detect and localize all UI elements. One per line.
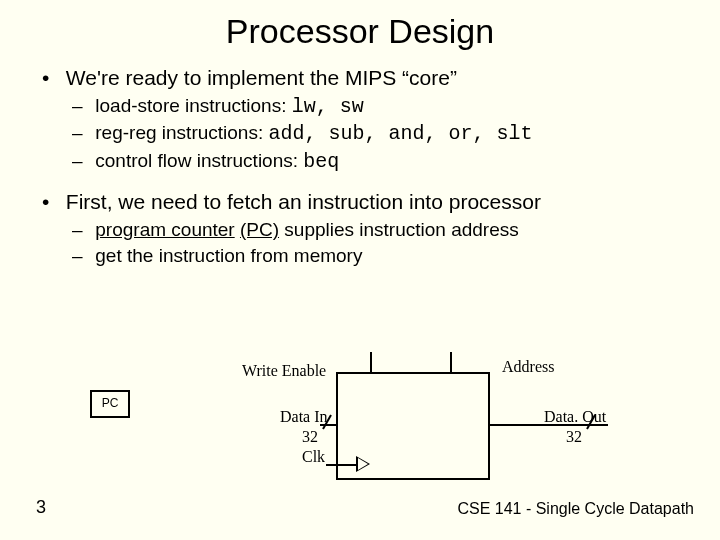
dash-marker: – (72, 244, 90, 268)
bullet-1-text: We're ready to implement the MIPS “core” (66, 66, 457, 89)
sub-rest: supplies instruction address (279, 219, 519, 240)
memory-diagram: PC Write Enable Address Data In Data. Ou… (90, 352, 630, 512)
course-footer: CSE 141 - Single Cycle Datapath (457, 500, 694, 518)
clock-triangle-icon (356, 456, 370, 472)
label-address: Address (502, 358, 554, 376)
sub-prefix: control flow instructions: (95, 150, 303, 171)
sub-code: add, sub, and, or, slt (268, 122, 532, 145)
sub-code: beq (303, 150, 339, 173)
sub-prefix: reg-reg instructions: (95, 122, 268, 143)
dash-marker: – (72, 218, 90, 242)
label-bus-width-left: 32 (302, 428, 318, 446)
bullet-1: • We're ready to implement the MIPS “cor… (42, 65, 692, 92)
bullet-1-sub-1: – load-store instructions: lw, sw (72, 94, 692, 120)
bullet-2-text: First, we need to fetch an instruction i… (66, 190, 541, 213)
pc-register-box: PC (90, 390, 130, 418)
sub-plain: get the instruction from memory (95, 245, 362, 266)
bullet-2: • First, we need to fetch an instruction… (42, 189, 692, 216)
bullet-marker: • (42, 65, 60, 92)
label-data-out: Data. Out (544, 408, 606, 426)
bullet-2-sub-1: – program counter (PC) supplies instruct… (72, 218, 692, 242)
label-write-enable: Write Enable (242, 362, 326, 380)
sub-underline: program counter (95, 219, 234, 240)
sub-code: lw, sw (292, 95, 364, 118)
wire-write-enable (370, 352, 372, 372)
page-number: 3 (36, 497, 46, 518)
slide-content: • We're ready to implement the MIPS “cor… (0, 51, 720, 268)
sub-paren: (PC) (240, 219, 279, 240)
dash-marker: – (72, 121, 90, 145)
dash-marker: – (72, 149, 90, 173)
label-data-in: Data In (280, 408, 328, 426)
bullet-1-sub-2: – reg-reg instructions: add, sub, and, o… (72, 121, 692, 147)
label-clk: Clk (302, 448, 325, 466)
bullet-1-sub-3: – control flow instructions: beq (72, 149, 692, 175)
bullet-marker: • (42, 189, 60, 216)
bullet-2-sub-2: – get the instruction from memory (72, 244, 692, 268)
slide-title: Processor Design (0, 0, 720, 51)
wire-address (450, 352, 452, 372)
dash-marker: – (72, 94, 90, 118)
slide: Processor Design • We're ready to implem… (0, 0, 720, 540)
sub-prefix: load-store instructions: (95, 95, 291, 116)
label-bus-width-right: 32 (566, 428, 582, 446)
wire-clk (326, 464, 356, 466)
